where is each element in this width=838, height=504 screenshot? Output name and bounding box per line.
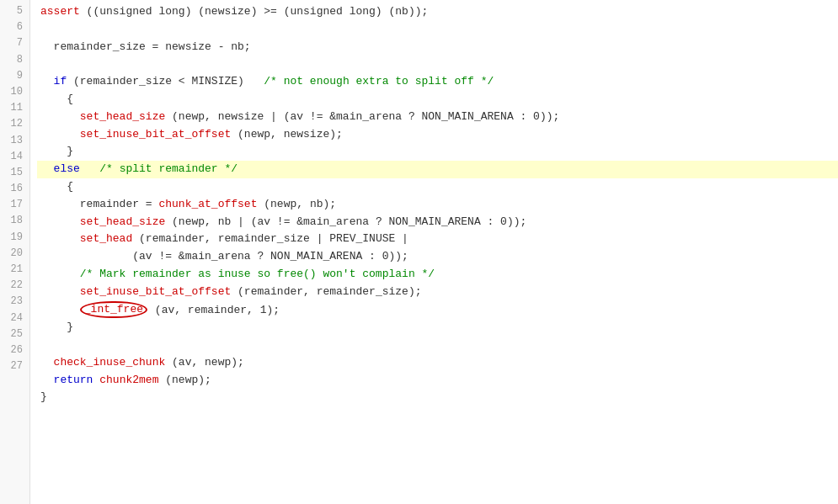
ln-20: 20	[7, 246, 23, 262]
code-line-16: remainder = chunk_at_offset (newp, nb);	[37, 196, 838, 214]
code-line-23: }	[37, 319, 838, 337]
code-line-25: check_inuse_chunk (av, newp);	[37, 354, 838, 372]
ln-13: 13	[7, 133, 23, 149]
code-line-14: else /* split remainder */	[37, 161, 838, 178]
ln-10: 10	[7, 84, 23, 100]
ln-5: 5	[7, 3, 23, 19]
ln-14: 14	[7, 149, 23, 165]
ln-23: 23	[7, 294, 23, 310]
ln-12: 12	[7, 116, 23, 132]
ln-16: 16	[7, 181, 23, 197]
code-line-18: set_head (remainder, remainder_size | PR…	[37, 231, 838, 248]
circled-int-free: _int_free	[80, 301, 147, 319]
ln-18: 18	[7, 213, 23, 229]
code-line-9: if (remainder_size < MINSIZE) /* not eno…	[37, 73, 838, 91]
code-line-8	[37, 56, 838, 73]
ln-27: 27	[7, 358, 23, 374]
ln-15: 15	[7, 165, 23, 181]
code-line-12: set_inuse_bit_at_offset (newp, newsize);	[37, 126, 838, 144]
code-line-11: set_head_size (newp, newsize | (av != &m…	[37, 109, 838, 126]
ln-21: 21	[7, 262, 23, 278]
ln-7: 7	[7, 35, 23, 51]
code-line-13: }	[37, 143, 838, 161]
ln-25: 25	[7, 326, 23, 342]
code-line-15: {	[37, 178, 838, 196]
ln-22: 22	[7, 278, 23, 294]
code-line-17: set_head_size (newp, nb | (av != &main_a…	[37, 214, 838, 231]
code-line-7: remainder_size = newsize - nb;	[37, 39, 838, 56]
ln-19: 19	[7, 230, 23, 246]
code-line-20: /* Mark remainder as inuse so free() won…	[37, 266, 838, 284]
ln-11: 11	[7, 100, 23, 116]
code-line-6	[37, 21, 838, 39]
code-line-26: return chunk2mem (newp);	[37, 372, 838, 390]
code-line-24	[37, 337, 838, 354]
code-line-5: assert ((unsigned long) (newsize) >= (un…	[37, 3, 838, 21]
code-line-10: {	[37, 91, 838, 109]
ln-8: 8	[7, 52, 23, 68]
code-line-22: _int_free (av, remainder, 1);	[37, 301, 838, 320]
code-area: assert ((unsigned long) (newsize) >= (un…	[30, 0, 838, 504]
ln-24: 24	[7, 310, 23, 326]
code-line-21: set_inuse_bit_at_offset (remainder, rema…	[37, 284, 838, 301]
code-line-19: (av != &main_arena ? NON_MAIN_ARENA : 0)…	[37, 248, 838, 266]
ln-17: 17	[7, 197, 23, 213]
ln-26: 26	[7, 342, 23, 358]
code-container: 5 6 7 8 9 10 11 12 13 14 15 16 17 18 19 …	[0, 0, 838, 504]
line-numbers: 5 6 7 8 9 10 11 12 13 14 15 16 17 18 19 …	[0, 0, 30, 504]
ln-6: 6	[7, 19, 23, 35]
code-line-27: }	[37, 389, 838, 406]
ln-9: 9	[7, 68, 23, 84]
